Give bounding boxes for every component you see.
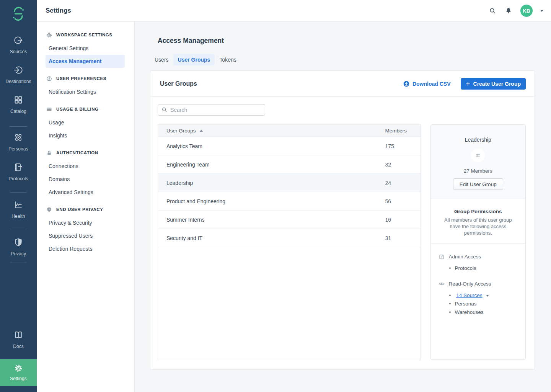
left-rail: Sources Destinations Catalog	[0, 0, 37, 392]
permissions-title: Group Permissions	[439, 209, 518, 214]
nav-item-deletion-requests[interactable]: Deletion Requests	[37, 242, 134, 255]
nav-item-insights[interactable]: Insights	[37, 129, 134, 142]
user-avatar[interactable]: KB	[520, 5, 533, 17]
content-row: User Groups Members Analytics Team 175	[158, 124, 526, 360]
admin-access-row: Admin Access	[439, 253, 518, 260]
personas-icon	[13, 132, 23, 142]
nav-section-title: END USER PRIVACY	[56, 207, 103, 212]
rail-item-settings[interactable]: Settings	[0, 359, 37, 386]
nav-item-usage[interactable]: Usage	[37, 116, 134, 129]
download-csv-label: Download CSV	[412, 81, 451, 87]
people-icon	[474, 152, 482, 159]
column-header-user-groups[interactable]: User Groups	[166, 128, 385, 134]
group-name: Leadership	[439, 137, 518, 143]
detail-panel-header: Leadership 27 Members Edit User	[431, 125, 525, 199]
card-header: User Groups Download CSV	[150, 71, 535, 97]
rail-item-health[interactable]: Health	[0, 200, 37, 219]
rail-label: Protocols	[0, 176, 37, 181]
download-icon	[403, 81, 409, 87]
nav-item-advanced-settings[interactable]: Advanced Settings	[37, 186, 134, 199]
rail-label: Sources	[0, 49, 37, 54]
shield-icon	[46, 206, 52, 213]
nav-section-end-user-privacy: END USER PRIVACY Privacy & Security Supp…	[37, 205, 134, 255]
rail-item-docs[interactable]: Docs	[0, 330, 37, 349]
rail-item-personas[interactable]: Personas	[0, 132, 37, 152]
top-bar-actions: KB	[488, 5, 543, 17]
table-row-selected[interactable]: Leadership 24	[158, 174, 421, 192]
download-csv-link[interactable]: Download CSV	[403, 81, 451, 87]
rail-divider	[10, 263, 27, 263]
rail-label: Personas	[0, 146, 37, 152]
nav-section-user-preferences: USER PREFERENCES Notification Settings	[37, 74, 134, 98]
edit-user-group-button[interactable]: Edit User Group	[453, 178, 503, 190]
admin-access-label: Admin Access	[449, 254, 481, 260]
table-row[interactable]: Product and Engineering 56	[158, 192, 421, 211]
page-title: Access Management	[158, 37, 551, 45]
tab-users[interactable]: Users	[150, 54, 173, 65]
notifications-bell-icon[interactable]	[504, 7, 513, 15]
lock-icon	[46, 150, 52, 156]
main-content: Access Management Users User Groups Toke…	[135, 22, 551, 392]
rail-label: Destinations	[0, 79, 37, 84]
nav-section-header: USAGE & BILLING	[37, 105, 134, 114]
rail-label: Catalog	[0, 109, 37, 114]
rail-divider	[10, 126, 27, 127]
rail-divider	[10, 229, 27, 229]
nav-item-connections[interactable]: Connections	[37, 160, 134, 173]
nav-section-title: WORKSPACE SETTINGS	[56, 33, 112, 37]
column-header-members[interactable]: Members	[385, 128, 421, 134]
nav-section-workspace-settings: WORKSPACE SETTINGS General Settings Acce…	[37, 30, 134, 68]
gear-icon	[46, 32, 52, 38]
nav-item-domains[interactable]: Domains	[37, 173, 134, 186]
create-user-group-label: Create User Group	[473, 81, 521, 87]
admin-access-list: Protocols	[449, 264, 518, 273]
nav-section-header: END USER PRIVACY	[37, 205, 134, 214]
rail-label: Settings	[0, 376, 37, 381]
nav-section-usage-billing: USAGE & BILLING Usage Insights	[37, 105, 134, 142]
user-groups-card: User Groups Download CSV	[150, 70, 535, 370]
sources-count-link[interactable]: 14 Sources	[456, 292, 482, 298]
segment-logo-icon[interactable]	[11, 6, 26, 21]
rail-item-destinations[interactable]: Destinations	[0, 65, 37, 84]
group-detail-panel: Leadership 27 Members Edit User	[430, 124, 526, 360]
table-row[interactable]: Summer Interns 16	[158, 211, 421, 229]
gear-icon	[14, 364, 23, 373]
rail-item-privacy[interactable]: Privacy	[0, 237, 37, 256]
tab-tokens[interactable]: Tokens	[215, 54, 241, 65]
rail-item-sources[interactable]: Sources	[0, 35, 37, 54]
sources-icon	[13, 35, 23, 45]
list-item: Protocols	[449, 264, 518, 273]
create-user-group-button[interactable]: Create User Group	[461, 78, 526, 90]
settings-nav: WORKSPACE SETTINGS General Settings Acce…	[37, 22, 135, 392]
table-header-row: User Groups Members	[158, 125, 421, 137]
credit-card-icon	[46, 106, 52, 113]
nav-item-general-settings[interactable]: General Settings	[37, 42, 134, 55]
search-icon	[161, 106, 168, 113]
permissions-description: All members of this user group have the …	[439, 217, 518, 236]
group-member-count: 27 Members	[439, 168, 518, 174]
tab-user-groups[interactable]: User Groups	[173, 54, 215, 65]
search-icon[interactable]	[488, 7, 497, 15]
nav-item-notification-settings[interactable]: Notification Settings	[37, 85, 134, 98]
account-menu-caret-icon[interactable]	[540, 10, 543, 12]
rail-item-catalog[interactable]: Catalog	[0, 95, 37, 114]
table-row[interactable]: Security and IT 31	[158, 229, 421, 247]
rail-label: Privacy	[0, 251, 37, 256]
search-input[interactable]	[158, 104, 265, 116]
nav-section-title: USER PREFERENCES	[56, 76, 106, 81]
rail-item-protocols[interactable]: Protocols	[0, 162, 37, 181]
expand-sources-caret-icon[interactable]	[486, 295, 489, 297]
table-row[interactable]: Analytics Team 175	[158, 137, 421, 155]
nav-section-header: USER PREFERENCES	[37, 74, 134, 83]
sort-ascending-icon	[199, 129, 203, 132]
table-row[interactable]: Engineering Team 32	[158, 155, 421, 174]
nav-item-suppressed-users[interactable]: Suppressed Users	[37, 229, 134, 242]
readonly-access-label: Read-Only Access	[449, 281, 491, 287]
nav-item-privacy-security[interactable]: Privacy & Security	[37, 216, 134, 229]
card-title: User Groups	[160, 80, 197, 87]
nav-section-title: AUTHENTICATION	[56, 150, 98, 155]
nav-item-access-management[interactable]: Access Management	[46, 55, 125, 68]
catalog-icon	[13, 95, 23, 105]
search-box	[158, 104, 265, 116]
privacy-icon	[13, 237, 23, 247]
